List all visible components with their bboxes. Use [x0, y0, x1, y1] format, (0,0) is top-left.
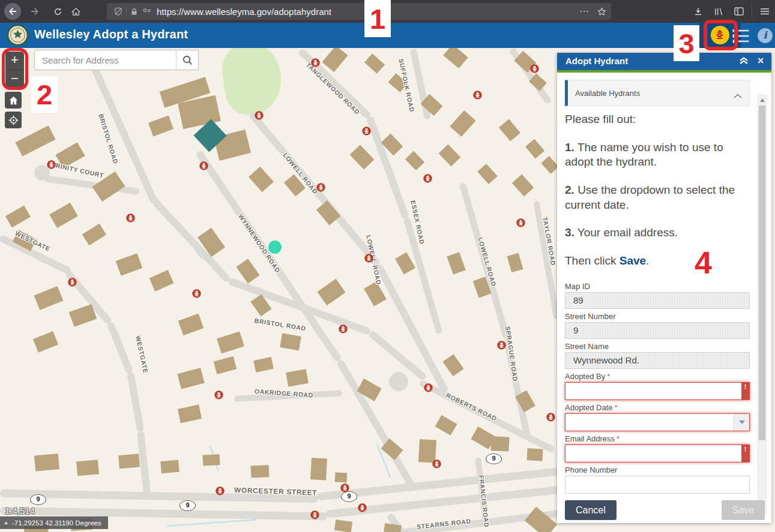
- date-dropdown-button[interactable]: [734, 414, 749, 431]
- building: [364, 53, 385, 74]
- road-label: TRINITY COURT: [51, 161, 104, 179]
- building: [526, 448, 543, 461]
- reload-button[interactable]: [49, 3, 66, 20]
- email-address-input[interactable]: !: [565, 444, 750, 462]
- building: [507, 253, 523, 272]
- hydrant-marker[interactable]: [362, 127, 371, 136]
- instruction-step-2: 2. Use the dropdown to select the curren…: [565, 183, 750, 212]
- cancel-button[interactable]: Cancel: [565, 500, 617, 520]
- building: [334, 519, 352, 532]
- permissions-icon[interactable]: [143, 8, 152, 15]
- address-search-box[interactable]: [34, 50, 199, 70]
- building: [49, 203, 78, 229]
- instructions-intro: Please fill out:: [565, 112, 750, 127]
- building: [350, 145, 375, 169]
- info-icon[interactable]: i: [758, 28, 773, 43]
- hydrant-marker[interactable]: [199, 161, 208, 170]
- hydrant-marker[interactable]: [255, 111, 264, 120]
- adopted-by-label: Adopted By: [565, 372, 605, 381]
- annotation-3-outline: [704, 20, 738, 50]
- chevron-up-icon[interactable]: [734, 90, 742, 101]
- url-bar[interactable]: https://www.wellesleyma.gov/adoptahydran…: [107, 3, 611, 20]
- forward-button[interactable]: [26, 3, 43, 20]
- instruction-final: Then click Save.: [565, 254, 750, 269]
- hydrant-marker[interactable]: [432, 459, 441, 468]
- adopted-by-input[interactable]: !: [565, 382, 750, 400]
- coordinates-icon[interactable]: +: [0, 519, 12, 527]
- toolbar-divider: [752, 5, 752, 18]
- hydrant-marker[interactable]: [192, 289, 201, 298]
- building: [76, 459, 99, 476]
- building: [335, 472, 348, 482]
- page-actions-icon[interactable]: ⋯: [579, 8, 589, 14]
- hydrant-marker[interactable]: [497, 341, 506, 350]
- route-shield: 9: [30, 494, 46, 505]
- tracking-protection-icon[interactable]: [114, 7, 122, 16]
- hydrant-marker[interactable]: [546, 413, 555, 422]
- hydrant-marker[interactable]: [214, 390, 223, 399]
- street-number-label: Street Number: [565, 312, 750, 321]
- hydrant-marker[interactable]: [316, 183, 325, 192]
- hydrant-marker[interactable]: [424, 383, 433, 392]
- road: [508, 48, 552, 105]
- hydrant-marker[interactable]: [68, 278, 77, 287]
- coordinates-text: -71.29253 42.31190 Degrees: [12, 519, 101, 527]
- panel-scrollbar[interactable]: [758, 95, 767, 513]
- close-panel-icon[interactable]: ✕: [757, 56, 764, 65]
- building: [253, 357, 274, 372]
- building: [405, 151, 424, 171]
- hydrant-marker[interactable]: [516, 218, 525, 227]
- street-number-value: 9: [565, 322, 750, 339]
- hydrant-marker[interactable]: [423, 174, 432, 183]
- hydrant-marker[interactable]: [47, 160, 56, 169]
- hydrant-marker[interactable]: [473, 91, 482, 100]
- my-location-button[interactable]: [5, 112, 22, 128]
- back-button[interactable]: [4, 3, 21, 20]
- bookmark-star-icon[interactable]: [597, 7, 606, 16]
- street-name-label: Street Name: [565, 342, 750, 351]
- search-input[interactable]: [35, 50, 176, 70]
- road-label: WESTGATE: [134, 335, 149, 374]
- scrollbar-thumb[interactable]: [759, 106, 765, 440]
- building: [477, 164, 498, 184]
- collapse-panel-icon[interactable]: [739, 56, 749, 67]
- menu-icon[interactable]: [755, 0, 775, 23]
- building: [395, 253, 415, 275]
- hydrant-marker[interactable]: [339, 324, 348, 333]
- road: [366, 116, 409, 220]
- hydrant-marker[interactable]: [311, 58, 320, 67]
- route-shield: 9: [341, 491, 357, 502]
- available-hydrants-section[interactable]: Available Hydrants: [565, 80, 750, 106]
- building: [541, 156, 558, 174]
- save-button[interactable]: Save: [722, 500, 765, 520]
- phone-number-input[interactable]: [565, 476, 750, 494]
- downloads-icon[interactable]: [688, 0, 708, 23]
- required-asterisk: *: [617, 434, 620, 443]
- adopted-date-input[interactable]: [565, 413, 750, 431]
- adopted-by-field: Adopted By* !: [565, 372, 750, 400]
- building: [322, 48, 348, 72]
- park-area: [219, 48, 285, 118]
- section-title: Available Hydrants: [575, 89, 640, 98]
- search-icon[interactable]: [176, 50, 198, 70]
- building: [34, 286, 64, 310]
- hydrant-marker[interactable]: [216, 486, 225, 495]
- hydrant-marker[interactable]: [530, 64, 539, 73]
- panel-title: Adopt Hydrant: [565, 56, 628, 66]
- road: [106, 321, 133, 374]
- hydrant-marker[interactable]: [340, 483, 349, 492]
- phone-number-label: Phone Number: [565, 465, 750, 474]
- hydrant-marker[interactable]: [358, 503, 367, 512]
- selected-hydrant-marker[interactable]: [268, 241, 282, 254]
- url-text[interactable]: https://www.wellesleyma.gov/adoptahydran…: [157, 7, 331, 17]
- scroll-up-icon[interactable]: [760, 98, 765, 102]
- home-extent-button[interactable]: [5, 92, 22, 109]
- road: [127, 372, 144, 432]
- browser-home-button[interactable]: [67, 3, 84, 20]
- hydrant-marker[interactable]: [364, 254, 373, 263]
- hydrant-marker[interactable]: [310, 510, 319, 519]
- annotation-3-box: 3: [674, 25, 699, 61]
- hydrant-marker[interactable]: [126, 214, 135, 223]
- building: [310, 458, 327, 480]
- lock-icon[interactable]: [130, 8, 138, 16]
